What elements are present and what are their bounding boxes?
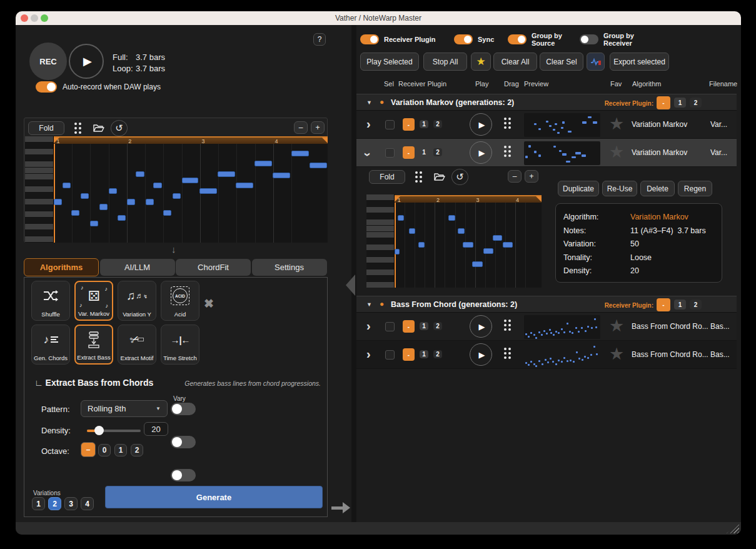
density-slider-knob[interactable] (94, 426, 104, 435)
midi-note[interactable] (153, 183, 161, 188)
row-favorite-star-icon[interactable]: ★ (609, 116, 624, 133)
variation-count-2[interactable]: 2 (48, 497, 61, 510)
midi-note[interactable] (273, 173, 290, 178)
receiver-plugin-button-2[interactable]: 2 (690, 98, 702, 108)
export-selected-button[interactable]: Export selected (610, 53, 669, 71)
minimize-window-icon[interactable] (31, 14, 38, 22)
midi-note[interactable] (493, 235, 503, 241)
detail-duplicate-button[interactable]: Duplicate (558, 181, 599, 196)
generation-row[interactable]: ›-12▶★Bass From Chord Ro...Bas... (356, 341, 737, 369)
detail-roll-load-button[interactable] (431, 169, 448, 185)
row-expand-chevron-icon[interactable]: › (366, 119, 371, 128)
toggle-group-by-receiver[interactable] (580, 34, 598, 44)
receiver-plugin-button-1[interactable]: 1 (674, 98, 686, 108)
algorithm-tile-extract-motif[interactable]: ✂Extract Motif (118, 325, 156, 365)
midi-note[interactable] (255, 161, 272, 166)
octave-option-0[interactable]: 0 (98, 444, 111, 456)
pattern-vary-toggle[interactable] (171, 403, 196, 415)
timeline-ruler[interactable]: 1234 (395, 195, 542, 203)
midi-note[interactable] (81, 193, 89, 199)
midi-note[interactable] (218, 171, 235, 177)
tab-ai-llm[interactable]: AI/LLM (100, 259, 175, 276)
algorithm-tile-variation-y[interactable]: ♫♬↯Variation Y (118, 281, 156, 321)
receiver-plugin-button-2[interactable]: 2 (433, 148, 442, 156)
receiver-plugin-button-1[interactable]: 1 (420, 148, 428, 156)
toggle-receiver-plugin[interactable] (360, 34, 379, 44)
midi-note[interactable] (458, 228, 465, 234)
midi-note[interactable] (146, 199, 154, 204)
generation-row[interactable]: ›-12▶★Bass From Chord Ro...Bas... (356, 313, 737, 341)
stop-all-button[interactable]: Stop All (423, 53, 467, 71)
detail-roll-grid-view-button[interactable] (410, 169, 427, 185)
midi-note[interactable] (291, 151, 309, 156)
detail-roll-history-button[interactable]: ↺ (451, 169, 468, 185)
octave-option-1[interactable]: 1 (114, 444, 127, 456)
record-button[interactable]: REC (29, 43, 67, 80)
row-expand-chevron-icon[interactable]: › (364, 153, 373, 157)
algorithm-tile-time-stretch[interactable]: →|←Time Stretch (161, 325, 199, 365)
left-roll-zoom-out-button[interactable]: – (294, 121, 308, 134)
receiver-plugin-button-none[interactable]: - (403, 348, 415, 361)
zoom-window-icon[interactable] (41, 14, 48, 22)
algorithm-tile-extract-bass[interactable]: Extract Bass (74, 325, 113, 365)
midi-note[interactable] (310, 163, 327, 168)
row-favorite-star-icon[interactable]: ★ (609, 144, 624, 161)
left-roll-fold-button[interactable]: Fold (28, 121, 64, 135)
receiver-plugin-button-none[interactable]: - (403, 118, 415, 131)
toggle-group-by-source[interactable] (508, 34, 527, 44)
variation-count-4[interactable]: 4 (81, 497, 94, 510)
midi-note[interactable] (136, 171, 144, 177)
midi-monitor-button[interactable] (587, 53, 605, 71)
row-favorite-star-icon[interactable]: ★ (609, 318, 624, 335)
row-expand-chevron-icon[interactable]: › (366, 321, 371, 330)
panel-divider[interactable] (351, 25, 356, 522)
midi-note[interactable] (99, 204, 108, 209)
left-roll-grid-view-button[interactable] (69, 120, 86, 136)
note-grid[interactable] (395, 203, 542, 288)
receiver-plugin-button-none[interactable]: - (657, 298, 670, 311)
favorites-filter-button[interactable]: ★ (471, 53, 491, 71)
row-preview-thumbnail[interactable] (524, 113, 600, 137)
detail-roll-zoom-in-button[interactable]: + (525, 170, 538, 183)
tab-algorithms[interactable]: Algorithms (24, 258, 99, 276)
row-drag-handle[interactable] (504, 146, 511, 157)
midi-note[interactable] (463, 242, 473, 248)
algorithm-tile-acid[interactable]: ACIDAcid (161, 281, 199, 321)
receiver-plugin-button-2[interactable]: 2 (433, 322, 442, 330)
row-drag-handle[interactable] (504, 320, 511, 331)
midi-note[interactable] (90, 221, 98, 226)
row-drag-handle[interactable] (504, 348, 511, 359)
deselect-algorithm-icon[interactable]: ✖ (204, 296, 214, 311)
group-collapse-triangle-icon[interactable]: ▼ (366, 99, 372, 106)
row-select-checkbox[interactable] (385, 350, 395, 360)
receiver-plugin-button-none[interactable]: - (403, 320, 415, 333)
midi-note[interactable] (199, 188, 217, 194)
row-play-button[interactable]: ▶ (470, 343, 492, 366)
group-collapse-triangle-icon[interactable]: ▼ (366, 301, 372, 308)
receiver-plugin-button-2[interactable]: 2 (690, 300, 702, 310)
octave-vary-toggle[interactable] (171, 469, 196, 481)
midi-note[interactable] (472, 261, 483, 267)
midi-note[interactable] (398, 215, 405, 221)
row-expand-chevron-icon[interactable]: › (366, 350, 371, 358)
receiver-plugin-button-2[interactable]: 2 (433, 120, 442, 128)
detail-re-use-button[interactable]: Re-Use (602, 181, 637, 196)
midi-note[interactable] (63, 183, 71, 188)
row-preview-thumbnail[interactable] (524, 141, 600, 165)
midi-note[interactable] (127, 199, 135, 204)
algorithm-tile-shuffle[interactable]: Shuffle (31, 281, 70, 321)
row-preview-thumbnail[interactable] (524, 315, 600, 339)
receiver-plugin-button-none[interactable]: - (657, 96, 670, 109)
row-select-checkbox[interactable] (385, 148, 395, 158)
group-header-2[interactable]: ▼●Bass From Chord (generations: 2)Receiv… (356, 296, 737, 313)
midi-note[interactable] (448, 215, 455, 221)
row-select-checkbox[interactable] (385, 322, 395, 331)
midi-note[interactable] (173, 193, 181, 199)
row-favorite-star-icon[interactable]: ★ (609, 346, 624, 363)
octave-option-none[interactable]: – (81, 442, 96, 457)
pattern-dropdown[interactable]: Rolling 8th ▼ (81, 400, 168, 417)
timeline-ruler[interactable]: 1234 (54, 136, 328, 144)
midi-note[interactable] (395, 249, 400, 254)
generate-button[interactable]: Generate (105, 486, 323, 508)
density-vary-toggle[interactable] (171, 436, 196, 448)
